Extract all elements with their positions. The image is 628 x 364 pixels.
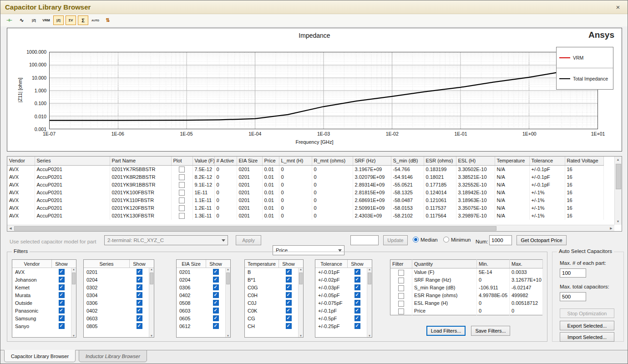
quantity-filter-table[interactable]: FilterQuantityMin.Max.Value (F)5E-140.00… [390,259,543,315]
filter-list-header[interactable]: EIA Size [177,260,206,268]
scroll-thumb[interactable] [226,273,230,284]
show-checkbox[interactable] [355,284,360,290]
scroll-thumb[interactable] [72,273,76,284]
scroll-down-icon[interactable]: ▼ [299,334,303,337]
show-checkbox[interactable] [137,269,142,275]
show-checkbox[interactable] [286,277,292,283]
column-header[interactable]: L_mnt (H) [279,157,312,165]
table-row[interactable]: AVXAccuP02010201YK7R5BBSTR7.5E-12002010.… [7,165,603,173]
z-magnitude-icon[interactable]: |Z| [29,15,39,25]
plot-checkbox[interactable] [179,190,185,196]
show-checkbox[interactable] [286,292,292,298]
filter-item[interactable]: +/-0.01pF [315,268,372,276]
update-button[interactable]: Update [383,235,408,245]
filter-item[interactable]: Sanyo [12,322,76,330]
plot-checkbox[interactable] [179,167,185,172]
column-header[interactable]: EIA Size [237,157,262,165]
filter-list-vendor[interactable]: VendorShowAVXJohansonKemetMurataOutsideP… [12,259,76,338]
tab-capacitor-library-browser[interactable]: Capacitor Library Browser [4,350,76,362]
filter-list-eia-size[interactable]: EIA SizeShow0201020403060402050806030605… [176,259,231,338]
filter-item[interactable]: Kemet [12,283,76,291]
show-checkbox[interactable] [213,292,219,298]
quantity-row[interactable]: ESL Range (H)00.00518712 [390,299,543,307]
show-checkbox[interactable] [137,300,142,306]
filter-item[interactable]: CG [245,314,303,322]
filter-item[interactable]: 0304 [84,291,154,299]
quantity-row[interactable]: S_min Range (dB)-106.911-6.02147 [390,284,543,292]
filter-list-series[interactable]: SeriesShow020102040302030403060402060308… [83,259,154,338]
plot-checkbox[interactable] [179,182,185,188]
filter-item[interactable]: +/-0.03pF [315,283,372,291]
scroll-up-icon[interactable]: ▲ [615,157,621,163]
filter-item[interactable]: 0306 [177,283,230,291]
auto-select-icon[interactable]: AUTO [90,15,101,25]
median-radio[interactable]: Median [413,237,438,247]
filter-item[interactable]: 0306 [84,299,154,307]
scroll-thumb[interactable] [299,273,303,284]
scroll-down-icon[interactable]: ▼ [71,334,76,337]
vertical-scroll-thumb[interactable] [616,164,621,189]
filter-enable-checkbox[interactable] [398,285,404,291]
show-checkbox[interactable] [137,308,142,313]
show-checkbox[interactable] [213,323,219,329]
show-checkbox[interactable] [286,284,292,290]
filter-item[interactable]: +/-0.075pF [315,299,372,307]
filter-item[interactable]: +/-0.02pF [315,276,372,283]
filter-item[interactable]: C0J [245,299,303,307]
scroll-down-icon[interactable]: ▼ [615,218,621,225]
column-header[interactable]: Series [35,157,110,165]
filter-item[interactable]: B*1 [245,276,303,283]
show-checkbox[interactable] [137,292,142,298]
show-checkbox[interactable] [213,284,219,290]
filter-item[interactable]: +/-0.05pF [315,291,372,299]
show-checkbox[interactable] [213,269,219,275]
close-icon[interactable]: × [613,3,623,11]
filter-list-scrollbar[interactable]: ▲▼ [225,268,230,337]
plot-checkbox[interactable] [179,197,185,203]
sort-parts-icon[interactable]: ⇅ [102,15,113,25]
table-row[interactable]: AVXAccuP02010201YK100FBSTR1E-11002010.01… [7,189,603,197]
filter-item[interactable]: 0805 [84,322,154,330]
show-checkbox[interactable] [355,277,360,283]
plot-area[interactable] [49,52,598,129]
show-checkbox[interactable] [213,308,219,313]
show-checkbox[interactable] [137,315,142,321]
get-octopart-price-button[interactable]: Get Octopart Price [517,235,567,245]
scroll-thumb[interactable] [150,273,153,284]
column-header[interactable]: SRF (Hz) [353,157,391,165]
show-checkbox[interactable] [286,315,292,321]
filter-enable-checkbox[interactable] [398,308,404,314]
show-checkbox[interactable] [355,292,360,298]
filter-item[interactable]: 0603 [177,307,230,314]
quantity-row[interactable]: ESR Range (ohms)4.99788E-05499982 [390,292,543,299]
column-header[interactable]: Part Name [110,157,171,165]
minimum-radio[interactable]: Minimun [443,237,471,247]
filter-item[interactable]: 0302 [84,283,154,291]
show-checkbox[interactable] [286,269,292,275]
show-checkbox[interactable] [59,308,65,313]
z-target-icon[interactable]: |Z| [53,15,64,25]
plot-checkbox[interactable] [179,174,185,180]
filter-list-tolerance[interactable]: ToleranceShow+/-0.01pF+/-0.02pF+/-0.03pF… [315,259,372,338]
column-header[interactable]: Vendor [7,157,35,165]
scroll-down-icon[interactable]: ▼ [149,334,154,337]
plot-checkbox[interactable] [179,213,185,219]
filter-item[interactable]: 0204 [84,276,154,283]
import-selected-button[interactable]: Import Selected... [560,332,614,342]
filter-item[interactable]: +/-0.25pF [315,322,372,330]
column-header[interactable]: Max. [510,260,543,268]
column-header[interactable]: Tolerance [529,157,565,165]
filter-item[interactable]: 0603 [84,314,154,322]
filter-item[interactable]: C0K [245,307,303,314]
filter-item[interactable]: 0605 [177,314,230,322]
metric-value-field[interactable] [350,235,379,245]
show-column-header[interactable]: Show [348,260,367,268]
filter-item[interactable]: Panasonic [12,307,76,314]
filter-list-header[interactable]: Vendor [12,260,52,268]
show-column-header[interactable]: Show [130,260,149,268]
column-header[interactable]: ESR (ohms) [424,157,456,165]
scroll-right-icon[interactable]: ▶ [608,225,614,232]
sum-impedance-icon[interactable]: Σ [78,15,88,25]
tab-inductor-library-browser[interactable]: Inductor Library Browser [79,350,147,362]
filter-enable-checkbox[interactable] [398,301,404,307]
